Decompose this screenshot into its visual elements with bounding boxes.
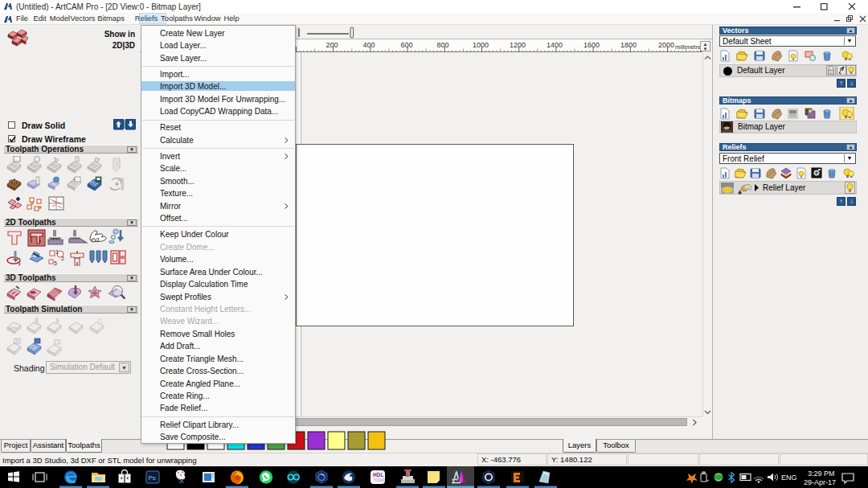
svg-text:29-Apr-17: 29-Apr-17	[804, 478, 836, 486]
svg-text:ENG: ENG	[781, 474, 797, 482]
svg-text:TODAY: TODAY	[374, 478, 386, 482]
svg-text:ea: ea	[91, 234, 100, 244]
svg-text:2: 2	[61, 256, 64, 261]
svg-text:5: 5	[54, 260, 57, 266]
svg-text:3:29 PM: 3:29 PM	[808, 470, 835, 478]
svg-text:1: 1	[55, 249, 59, 255]
svg-text:HDL: HDL	[373, 472, 383, 478]
svg-text:Ps: Ps	[149, 474, 156, 482]
